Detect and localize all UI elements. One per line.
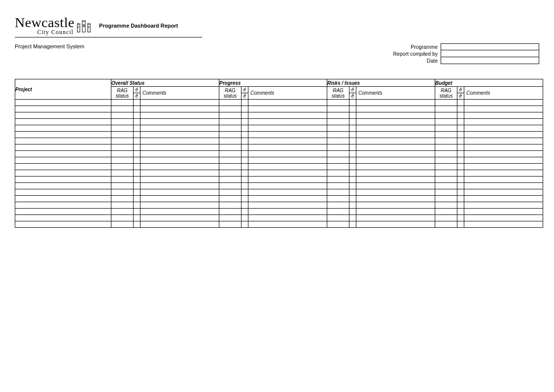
table-cell[interactable] bbox=[356, 100, 435, 106]
table-cell[interactable] bbox=[435, 132, 457, 138]
meta-compiled-value[interactable] bbox=[441, 50, 539, 57]
table-cell[interactable] bbox=[248, 221, 327, 228]
table-cell[interactable] bbox=[464, 100, 543, 106]
table-cell[interactable] bbox=[111, 144, 134, 151]
table-cell[interactable] bbox=[134, 138, 140, 144]
table-cell[interactable] bbox=[435, 202, 457, 209]
table-cell[interactable] bbox=[111, 177, 134, 183]
table-cell[interactable] bbox=[349, 183, 356, 189]
table-cell[interactable] bbox=[356, 189, 435, 196]
table-cell[interactable] bbox=[435, 151, 457, 157]
table-cell[interactable] bbox=[15, 215, 111, 221]
table-cell[interactable] bbox=[219, 106, 242, 112]
table-cell[interactable] bbox=[219, 157, 242, 164]
table-cell[interactable] bbox=[457, 183, 464, 189]
table-cell[interactable] bbox=[464, 196, 543, 202]
table-cell[interactable] bbox=[435, 157, 457, 164]
table-cell[interactable] bbox=[111, 151, 134, 157]
table-cell[interactable] bbox=[140, 164, 219, 170]
table-cell[interactable] bbox=[349, 209, 356, 215]
table-cell[interactable] bbox=[134, 151, 140, 157]
table-cell[interactable] bbox=[111, 196, 134, 202]
table-cell[interactable] bbox=[457, 157, 464, 164]
table-cell[interactable] bbox=[219, 209, 242, 215]
table-cell[interactable] bbox=[15, 164, 111, 170]
table-cell[interactable] bbox=[327, 100, 349, 106]
table-cell[interactable] bbox=[464, 125, 543, 132]
table-cell[interactable] bbox=[111, 189, 134, 196]
table-cell[interactable] bbox=[435, 196, 457, 202]
table-cell[interactable] bbox=[140, 221, 219, 228]
table-cell[interactable] bbox=[134, 177, 140, 183]
table-cell[interactable] bbox=[219, 196, 242, 202]
table-cell[interactable] bbox=[248, 177, 327, 183]
table-cell[interactable] bbox=[219, 144, 242, 151]
table-cell[interactable] bbox=[464, 170, 543, 177]
table-cell[interactable] bbox=[111, 106, 134, 112]
table-cell[interactable] bbox=[349, 132, 356, 138]
table-cell[interactable] bbox=[219, 189, 242, 196]
table-cell[interactable] bbox=[242, 196, 248, 202]
table-cell[interactable] bbox=[327, 183, 349, 189]
table-cell[interactable] bbox=[219, 215, 242, 221]
table-cell[interactable] bbox=[134, 119, 140, 125]
table-cell[interactable] bbox=[457, 202, 464, 209]
table-cell[interactable] bbox=[242, 209, 248, 215]
table-cell[interactable] bbox=[242, 221, 248, 228]
table-cell[interactable] bbox=[457, 119, 464, 125]
table-cell[interactable] bbox=[457, 100, 464, 106]
table-cell[interactable] bbox=[327, 221, 349, 228]
table-cell[interactable] bbox=[140, 151, 219, 157]
table-cell[interactable] bbox=[356, 215, 435, 221]
table-cell[interactable] bbox=[457, 177, 464, 183]
table-cell[interactable] bbox=[15, 132, 111, 138]
table-cell[interactable] bbox=[349, 157, 356, 164]
table-cell[interactable] bbox=[219, 183, 242, 189]
table-cell[interactable] bbox=[457, 189, 464, 196]
table-cell[interactable] bbox=[242, 144, 248, 151]
table-cell[interactable] bbox=[15, 151, 111, 157]
table-cell[interactable] bbox=[140, 132, 219, 138]
table-cell[interactable] bbox=[111, 125, 134, 132]
table-cell[interactable] bbox=[15, 196, 111, 202]
table-cell[interactable] bbox=[219, 112, 242, 119]
table-cell[interactable] bbox=[327, 119, 349, 125]
table-cell[interactable] bbox=[15, 100, 111, 106]
table-cell[interactable] bbox=[219, 132, 242, 138]
table-cell[interactable] bbox=[248, 164, 327, 170]
table-cell[interactable] bbox=[457, 164, 464, 170]
table-cell[interactable] bbox=[327, 112, 349, 119]
table-cell[interactable] bbox=[134, 196, 140, 202]
meta-programme-value[interactable] bbox=[441, 43, 539, 50]
table-cell[interactable] bbox=[349, 151, 356, 157]
table-cell[interactable] bbox=[327, 209, 349, 215]
table-cell[interactable] bbox=[242, 125, 248, 132]
table-cell[interactable] bbox=[435, 221, 457, 228]
table-cell[interactable] bbox=[435, 164, 457, 170]
table-cell[interactable] bbox=[242, 151, 248, 157]
table-cell[interactable] bbox=[327, 132, 349, 138]
table-cell[interactable] bbox=[134, 144, 140, 151]
table-cell[interactable] bbox=[15, 157, 111, 164]
table-cell[interactable] bbox=[219, 177, 242, 183]
table-cell[interactable] bbox=[327, 189, 349, 196]
table-cell[interactable] bbox=[464, 183, 543, 189]
table-cell[interactable] bbox=[349, 170, 356, 177]
table-cell[interactable] bbox=[111, 221, 134, 228]
table-cell[interactable] bbox=[134, 125, 140, 132]
table-cell[interactable] bbox=[15, 106, 111, 112]
table-cell[interactable] bbox=[134, 100, 140, 106]
table-cell[interactable] bbox=[356, 202, 435, 209]
table-cell[interactable] bbox=[242, 132, 248, 138]
table-cell[interactable] bbox=[111, 157, 134, 164]
table-cell[interactable] bbox=[327, 138, 349, 144]
table-cell[interactable] bbox=[464, 112, 543, 119]
table-cell[interactable] bbox=[134, 189, 140, 196]
table-cell[interactable] bbox=[356, 157, 435, 164]
table-cell[interactable] bbox=[435, 144, 457, 151]
table-cell[interactable] bbox=[111, 119, 134, 125]
table-cell[interactable] bbox=[349, 112, 356, 119]
table-cell[interactable] bbox=[435, 112, 457, 119]
table-cell[interactable] bbox=[140, 144, 219, 151]
table-cell[interactable] bbox=[140, 177, 219, 183]
